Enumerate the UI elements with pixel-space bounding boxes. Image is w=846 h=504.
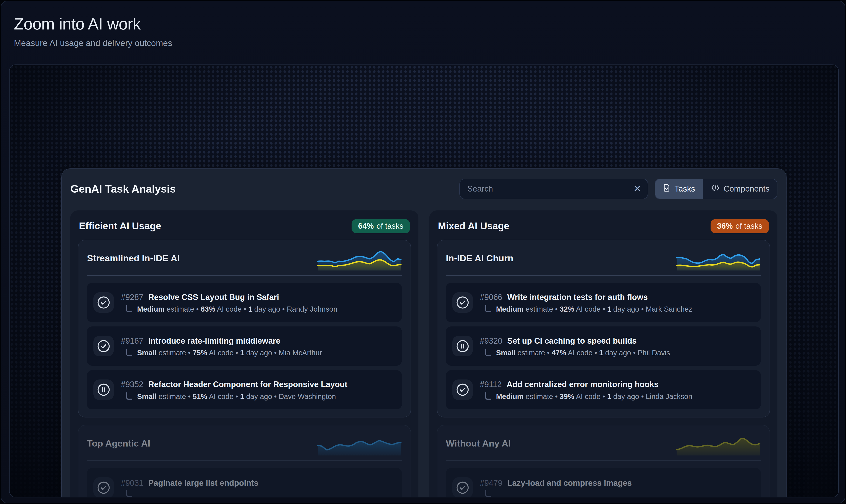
task-text: #9352 Refactor Header Component for Resp… [121,380,395,399]
meta-segment: 51% [193,392,207,400]
page-title: Zoom into AI work [14,15,845,33]
tab-components[interactable]: Components [703,179,777,199]
sparkline-chart [675,248,761,271]
task-id: #9479 [480,479,502,488]
meta-segment: estimate • [523,305,559,313]
code-icon [711,184,720,194]
badge-percent: 64% [358,222,374,231]
meta-segment: AI code • [207,349,240,357]
tree-connector-icon [485,490,491,497]
task-row[interactable]: #9031 Paginate large list endpoints [87,468,402,498]
task-row[interactable]: #9320 Set up CI caching to speed builds … [446,326,761,366]
task-text: #9112 Add centralized error monitoring h… [480,380,754,399]
card-header: Streamlined In-IDE AI [87,248,402,272]
meta-segment: day ago • [244,349,279,357]
card-title: Without Any AI [446,433,511,449]
task-status-chip [452,292,473,313]
meta-segment: Phil Davis [638,349,670,357]
meta-segment: 1 [248,305,252,313]
tree-connector-icon [485,349,491,356]
meta-segment: Medium [496,392,524,400]
meta-segment: 1 [240,392,244,400]
meta-segment: day ago • [611,392,646,400]
task-status-chip [452,336,473,356]
task-text: #9167 Introduce rate-limiting middleware… [121,337,395,356]
tree-connector-icon [485,392,491,399]
task-line2: Small estimate • 47% AI code • 1 day ago… [485,348,755,356]
task-list: #9031 Paginate large list endpoints [87,468,402,498]
task-row[interactable]: #9352 Refactor Header Component for Resp… [87,370,402,409]
circle-pause-icon [97,383,110,397]
page-header: Zoom into AI work Measure AI usage and d… [1,1,845,64]
task-title: Set up CI caching to speed builds [507,337,637,345]
tab-tasks[interactable]: Tasks [655,179,703,199]
category-card: Top Agentic AI #9031 Paginate large list… [78,425,411,497]
card-header: In-IDE AI Churn [446,248,761,272]
circle-check-icon [97,481,110,495]
meta-segment: AI code • [574,305,607,313]
circle-check-icon [455,383,470,397]
meta-segment: Small [137,392,157,400]
task-row[interactable]: #9479 Lazy-load and compress images [446,468,761,498]
task-row[interactable]: #9287 Resolve CSS Layout Bug in Safari M… [87,283,402,322]
meta-segment: Medium [137,305,165,313]
view-toggle: Tasks Components [655,179,778,199]
task-line1: #9031 Paginate large list endpoints [121,479,395,488]
task-status-chip [93,379,114,400]
task-title: Paginate large list endpoints [148,479,258,488]
meta-segment: Mia McArthur [279,349,322,357]
task-meta: Medium estimate • 39% AI code • 1 day ag… [496,392,692,401]
search-input[interactable] [460,179,648,199]
task-line1: #9320 Set up CI caching to speed builds [480,337,754,345]
category-card: Without Any AI #9479 Lazy-load and compr… [437,425,770,497]
meta-segment: day ago • [244,392,279,400]
tab-components-label: Components [724,184,770,194]
task-meta: Medium estimate • 63% AI code • 1 day ag… [137,305,338,313]
task-line2: Small estimate • 51% AI code • 1 day ago… [126,391,396,400]
task-meta: Small estimate • 47% AI code • 1 day ago… [496,349,670,357]
meta-segment: Medium [496,305,524,313]
task-status-chip [93,292,114,313]
task-list: #9287 Resolve CSS Layout Bug in Safari M… [87,283,402,409]
task-line2 [485,490,755,497]
meta-segment: estimate • [523,392,559,400]
meta-segment: day ago • [611,305,646,313]
task-line2: Small estimate • 75% AI code • 1 day ago… [126,348,396,356]
category-card: Streamlined In-IDE AI #9287 Resolve CSS … [78,240,411,417]
task-title: Write integration tests for auth flows [507,293,648,302]
percent-of-tasks-badge: 64% of tasks [351,219,410,233]
meta-segment: Mark Sanchez [646,305,692,313]
task-id: #9112 [480,380,502,389]
card-list: Streamlined In-IDE AI #9287 Resolve CSS … [78,240,411,497]
card-divider [446,275,761,276]
task-status-chip [452,379,473,400]
card-header: Without Any AI [446,433,761,457]
task-meta: Small estimate • 75% AI code • 1 day ago… [137,349,322,357]
card-title: Top Agentic AI [87,433,150,449]
task-row[interactable]: #9167 Introduce rate-limiting middleware… [87,326,402,366]
tab-tasks-label: Tasks [674,184,695,194]
circle-check-icon [97,295,110,309]
task-status-chip [93,336,114,356]
meta-segment: 32% [559,305,574,313]
task-line1: #9352 Refactor Header Component for Resp… [121,380,395,389]
card-divider [446,460,761,461]
task-id: #9066 [480,293,502,302]
meta-segment: Linda Jackson [646,392,692,400]
task-row[interactable]: #9066 Write integration tests for auth f… [446,283,761,322]
panel-header: GenAI Task Analysis ✕ [70,179,777,199]
panel-title: GenAI Task Analysis [70,183,176,195]
task-line1: #9287 Resolve CSS Layout Bug in Safari [121,293,395,302]
task-row[interactable]: #9112 Add centralized error monitoring h… [446,370,761,409]
meta-segment: AI code • [207,392,240,400]
tree-connector-icon [126,490,132,497]
search-clear-icon[interactable]: ✕ [633,183,642,195]
meta-segment: 75% [193,349,207,357]
column-title: Efficient AI Usage [79,221,161,232]
card-divider [87,460,402,461]
percent-of-tasks-badge: 36% of tasks [711,219,769,233]
task-meta: Medium estimate • 32% AI code • 1 day ag… [496,305,692,313]
circle-pause-icon [455,339,470,353]
task-id: #9031 [121,479,143,488]
meta-segment: 1 [599,349,603,357]
